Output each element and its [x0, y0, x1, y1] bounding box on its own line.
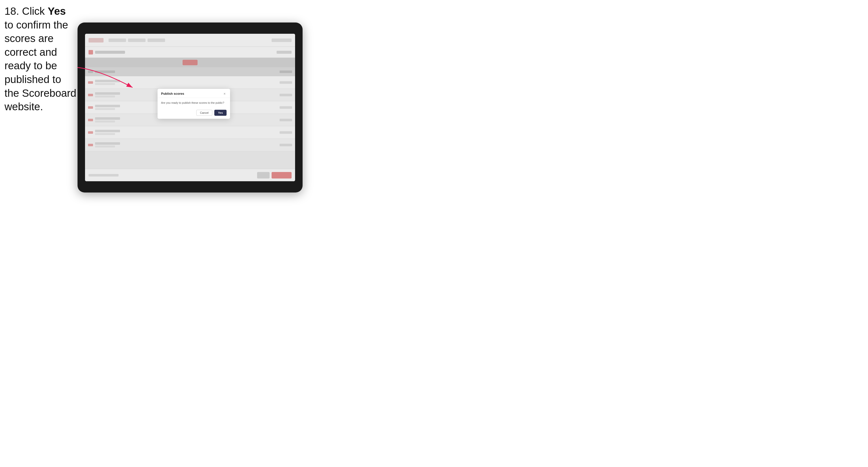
dialog-footer: Cancel Yes — [158, 108, 230, 119]
dialog-title: Publish scores — [161, 92, 184, 95]
tablet-device: Publish scores × Are you ready to publis… — [78, 23, 303, 192]
yes-button[interactable]: Yes — [214, 110, 226, 116]
instruction-text: 18. Click Yes to confirm the scores are … — [4, 4, 77, 114]
modal-overlay: Publish scores × Are you ready to publis… — [85, 34, 295, 181]
dialog-close-button[interactable]: × — [223, 92, 226, 96]
dialog-header: Publish scores × — [158, 89, 230, 98]
cancel-button[interactable]: Cancel — [196, 110, 212, 116]
tablet-screen: Publish scores × Are you ready to publis… — [85, 34, 295, 181]
publish-scores-dialog: Publish scores × Are you ready to publis… — [158, 89, 230, 119]
dialog-message: Are you ready to publish these scores to… — [161, 101, 226, 105]
dialog-body: Are you ready to publish these scores to… — [158, 98, 230, 108]
